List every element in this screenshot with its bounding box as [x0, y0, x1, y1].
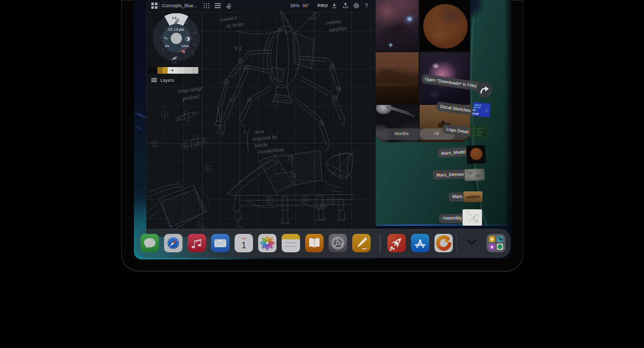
svg-text:Arm: Arm — [254, 128, 264, 135]
svg-text:1.6 pts: 1.6 pts — [174, 28, 184, 32]
svg-text:satellite: satellite — [329, 25, 347, 33]
svg-text:V·2: V·2 — [234, 45, 242, 51]
svg-text:0%: 0% — [165, 45, 169, 48]
svg-text:NASE: NASE — [472, 112, 479, 115]
svg-text:RE○: RE○ — [473, 108, 478, 112]
svg-text:1.6: 1.6 — [172, 16, 177, 19]
svg-text:7.: 7. — [243, 129, 247, 135]
svg-text:probes!: probes! — [182, 93, 200, 101]
svg-text:comms: comms — [326, 18, 342, 26]
svg-text:★: ★ — [490, 244, 494, 250]
svg-text:3: 3 — [205, 167, 208, 171]
svg-text:Tue: Tue — [241, 237, 246, 240]
svg-text:1: 1 — [241, 241, 246, 250]
svg-text:1: 1 — [164, 113, 166, 118]
svg-text:6.8: 6.8 — [172, 61, 177, 63]
svg-text:2: 2 — [154, 142, 156, 147]
svg-text:100%: 100% — [181, 45, 189, 48]
svg-text:to solar: to solar — [226, 20, 245, 29]
